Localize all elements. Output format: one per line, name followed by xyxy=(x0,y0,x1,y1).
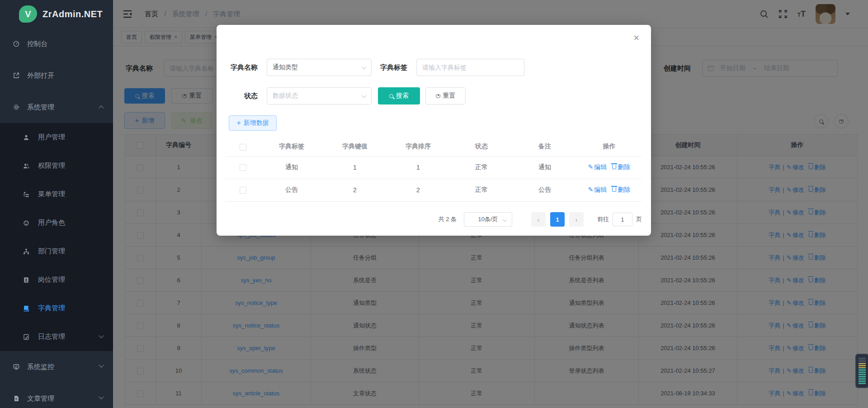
col-header-dict-value: 字典键值 xyxy=(323,138,387,156)
chevron-up-icon xyxy=(99,105,104,110)
dictionary-icon xyxy=(23,305,30,312)
dialog-status-label: 状态 xyxy=(229,87,258,104)
pagination-total: 共 2 条 xyxy=(439,215,457,223)
article-icon xyxy=(13,395,20,402)
dashboard-icon xyxy=(13,40,20,47)
sidebar-item-system-management[interactable]: 系统管理 xyxy=(0,91,113,123)
users-icon xyxy=(23,162,30,170)
row-checkbox[interactable] xyxy=(240,164,246,171)
page-unit-label: 页 xyxy=(636,215,642,223)
dialog-dict-label-input[interactable] xyxy=(416,59,524,76)
app-title: ZrAdmin.NET xyxy=(42,9,103,19)
app-logo[interactable]: V ZrAdmin.NET xyxy=(0,0,113,28)
dialog-reset-button[interactable]: 重置 xyxy=(425,87,466,104)
sidebar-item-dict-mgmt[interactable]: 字典管理 xyxy=(0,294,113,323)
sidebar-item-external-open[interactable]: 外部打开 xyxy=(0,60,113,91)
logo-v-icon: V xyxy=(19,5,37,23)
sidebar: V ZrAdmin.NET 控制台 外部打开 系统管理 用户管理 权限管理 xyxy=(0,0,113,408)
sidebar-item-article-mgmt[interactable]: 文章管理 xyxy=(0,383,113,408)
sidebar-item-menu-mgmt[interactable]: 菜单管理 xyxy=(0,180,113,209)
app-root: V ZrAdmin.NET 控制台 外部打开 系统管理 用户管理 权限管理 xyxy=(0,0,868,408)
sidebar-item-label: 字典管理 xyxy=(38,304,65,313)
next-page-button[interactable]: › xyxy=(569,212,584,227)
dialog-dict-label-label: 字典标签 xyxy=(378,59,407,76)
sidebar-item-label: 文章管理 xyxy=(27,394,54,403)
row-edit-link[interactable]: ✎编辑 xyxy=(588,186,607,193)
chevron-down-icon xyxy=(99,394,104,399)
page-size-select[interactable]: 10条/页 xyxy=(464,212,512,227)
dialog-dict-name-select[interactable]: 通知类型 xyxy=(267,59,372,76)
sidebar-item-label: 菜单管理 xyxy=(38,190,65,199)
sidebar-item-label: 系统监控 xyxy=(27,363,54,371)
meter-bars xyxy=(859,358,866,384)
chevron-down-icon xyxy=(503,218,507,222)
col-header-remark: 备注 xyxy=(513,138,576,156)
pagination: 共 2 条 10条/页 ‹ 1 › 前往 页 xyxy=(226,212,642,227)
col-header-status: 状态 xyxy=(450,138,513,156)
dialog-search-button[interactable]: 搜索 xyxy=(378,87,420,104)
chevron-down-icon xyxy=(99,362,104,367)
dialog-dict-name-label: 字典名称 xyxy=(229,59,258,76)
sidebar-item-label: 权限管理 xyxy=(38,161,65,170)
dict-data-table: 字典标签 字典键值 字典排序 状态 备注 操作 通知 1 1 正常 通知 ✎编辑… xyxy=(226,138,642,202)
sidebar-item-user-mgmt[interactable]: 用户管理 xyxy=(0,123,113,152)
sidebar-item-permission-mgmt[interactable]: 权限管理 xyxy=(0,152,113,180)
col-header-operation: 操作 xyxy=(576,138,642,156)
user-icon xyxy=(23,134,30,141)
pencil-icon: ✎ xyxy=(588,163,594,171)
page-size-value: 10条/页 xyxy=(478,215,498,223)
menu-tree-icon xyxy=(23,191,30,198)
current-page-button[interactable]: 1 xyxy=(550,212,565,227)
sidebar-item-user-role[interactable]: 用户角色 xyxy=(0,209,113,237)
select-all-checkbox[interactable] xyxy=(240,144,246,151)
badge-icon xyxy=(23,276,30,284)
monitor-icon xyxy=(13,363,20,370)
trash-icon xyxy=(612,187,616,192)
col-header-dict-label: 字典标签 xyxy=(260,138,323,156)
sidebar-item-label: 用户管理 xyxy=(38,133,65,142)
goto-page-input[interactable] xyxy=(613,213,632,226)
col-header-dict-sort: 字典排序 xyxy=(387,138,450,156)
table-row: 公告 2 2 正常 公告 ✎编辑删除 xyxy=(226,179,642,201)
prev-page-button[interactable]: ‹ xyxy=(531,212,546,227)
chevron-down-icon xyxy=(362,65,367,70)
sidebar-item-post-mgmt[interactable]: 岗位管理 xyxy=(0,266,113,294)
dialog-add-data-button[interactable]: 新增数据 xyxy=(229,115,277,131)
screen-meter-widget xyxy=(855,354,868,388)
row-delete-link[interactable]: 删除 xyxy=(612,163,630,171)
sidebar-item-label: 外部打开 xyxy=(27,71,54,80)
sidebar-item-label: 日志管理 xyxy=(38,332,65,341)
plus-icon xyxy=(236,119,241,127)
gear-icon xyxy=(13,104,20,111)
sidebar-item-system-monitor[interactable]: 系统监控 xyxy=(0,351,113,383)
pencil-icon: ✎ xyxy=(588,186,594,193)
chevron-down-icon xyxy=(99,333,104,338)
table-header-row: 字典标签 字典键值 字典排序 状态 备注 操作 xyxy=(226,138,642,156)
sidebar-item-log-mgmt[interactable]: 日志管理 xyxy=(0,323,113,351)
dict-data-dialog: × 字典名称 通知类型 字典标签 状态 数据状态 搜索 重置 新增数据 字典标签… xyxy=(217,25,651,236)
sidebar-item-dept-mgmt[interactable]: 部门管理 xyxy=(0,237,113,266)
table-row: 通知 1 1 正常 通知 ✎编辑删除 xyxy=(226,156,642,179)
sidebar-item-label: 系统管理 xyxy=(27,103,54,112)
select-value: 通知类型 xyxy=(273,63,298,71)
sidebar-item-label: 用户角色 xyxy=(38,218,65,227)
sidebar-submenu-system: 用户管理 权限管理 菜单管理 用户角色 部门管理 岗位管理 xyxy=(0,123,113,351)
sidebar-item-label: 控制台 xyxy=(27,40,47,48)
chevron-down-icon xyxy=(362,94,367,98)
row-checkbox[interactable] xyxy=(240,187,246,194)
sidebar-item-dashboard[interactable]: 控制台 xyxy=(0,28,113,60)
external-link-icon xyxy=(13,72,20,79)
sidebar-item-label: 岗位管理 xyxy=(38,275,65,284)
row-edit-link[interactable]: ✎编辑 xyxy=(588,163,607,171)
dialog-status-select[interactable]: 数据状态 xyxy=(267,87,372,104)
sidebar-item-label: 部门管理 xyxy=(38,247,65,256)
select-all-checkbox-cell xyxy=(226,138,260,156)
close-icon[interactable]: × xyxy=(633,33,639,43)
select-placeholder: 数据状态 xyxy=(273,92,298,100)
log-icon xyxy=(23,333,30,341)
trash-icon xyxy=(612,165,616,169)
goto-label: 前往 xyxy=(597,215,609,223)
org-tree-icon xyxy=(23,248,30,255)
refresh-icon xyxy=(436,94,440,98)
row-delete-link[interactable]: 删除 xyxy=(612,186,630,193)
